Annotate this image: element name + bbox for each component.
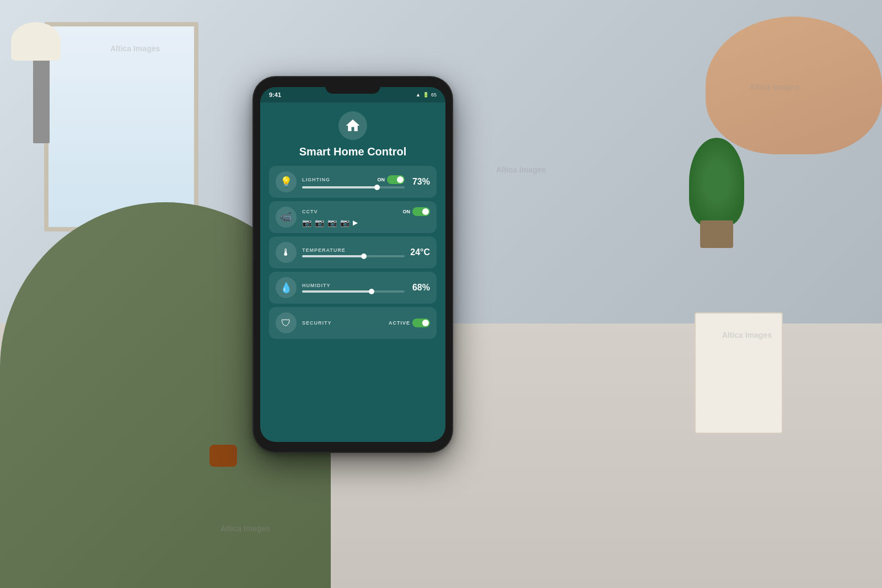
security-toggle[interactable]	[412, 319, 430, 327]
status-time: 9:41	[269, 91, 281, 98]
humidity-control[interactable]: 💧 HUMIDITY 68%	[269, 272, 437, 304]
security-header: SECURITY ACTIVE	[302, 319, 430, 327]
security-toggle-knob	[422, 320, 429, 326]
cctv-status-group[interactable]: ON	[403, 207, 431, 216]
security-content: SECURITY ACTIVE	[302, 319, 430, 327]
humidity-slider-fill	[302, 290, 372, 293]
security-status-text: ACTIVE	[389, 320, 410, 326]
lighting-content: LIGHTING ON	[302, 175, 405, 188]
humidity-label: HUMIDITY	[302, 283, 331, 288]
cctv-header: CCTV ON	[302, 207, 430, 216]
lighting-toggle-knob	[397, 176, 404, 183]
humidity-slider-thumb[interactable]	[369, 289, 374, 294]
battery-level: 65	[431, 92, 437, 98]
app-content: Smart Home Control 💡 LIGHTING ON	[260, 103, 445, 442]
humidity-header: HUMIDITY	[302, 283, 405, 288]
temperature-value: 24°C	[410, 247, 430, 257]
humidity-content: HUMIDITY	[302, 283, 405, 293]
wrist-watch	[209, 445, 237, 467]
phone: 9:41 ▲ 🔋 65 Smart Home Control	[254, 77, 452, 452]
lighting-status-group[interactable]: ON	[378, 175, 405, 184]
home-icon	[345, 117, 361, 134]
lighting-control[interactable]: 💡 LIGHTING ON	[269, 166, 437, 198]
dresser	[695, 312, 783, 434]
plant-leaves	[689, 138, 744, 226]
security-status-group[interactable]: ACTIVE	[389, 319, 430, 327]
temperature-label: TEMPERATURE	[302, 247, 346, 253]
cctv-cam-4[interactable]: 📷	[340, 218, 349, 227]
cctv-control[interactable]: 📹 CCTV ON 📷	[269, 201, 437, 233]
cctv-content: CCTV ON 📷 📷 📷 📷	[302, 207, 430, 227]
lighting-slider-thumb[interactable]	[374, 185, 380, 190]
lighting-value: 73%	[410, 177, 430, 187]
wifi-icon: ▲	[416, 92, 421, 98]
lighting-slider-fill	[302, 186, 377, 188]
temperature-slider[interactable]	[302, 255, 405, 257]
lighting-status-text: ON	[378, 177, 385, 182]
cctv-cam-1[interactable]: 📷	[302, 218, 311, 227]
humidity-slider[interactable]	[302, 290, 405, 293]
phone-screen: 9:41 ▲ 🔋 65 Smart Home Control	[260, 87, 445, 442]
cctv-cam-3[interactable]: 📷	[327, 218, 337, 227]
security-label: SECURITY	[302, 320, 332, 326]
phone-frame: 9:41 ▲ 🔋 65 Smart Home Control	[254, 77, 452, 452]
app-title: Smart Home Control	[299, 145, 406, 158]
cctv-cameras-list: 📷 📷 📷 📷 ▶	[302, 218, 430, 227]
humidity-icon: 💧	[276, 277, 297, 298]
phone-notch	[325, 82, 380, 94]
person-head	[706, 17, 882, 154]
temperature-header: TEMPERATURE	[302, 247, 405, 253]
cctv-toggle-knob	[422, 208, 429, 215]
plant-pot	[700, 220, 733, 248]
cctv-icon: 📹	[276, 207, 297, 228]
floor-lamp-shade	[11, 22, 61, 61]
lighting-slider[interactable]	[302, 186, 405, 188]
lighting-icon: 💡	[276, 171, 297, 192]
lighting-toggle[interactable]	[387, 175, 405, 184]
temperature-content: TEMPERATURE	[302, 247, 405, 257]
security-control[interactable]: 🛡 SECURITY ACTIVE	[269, 307, 437, 339]
cctv-status-text: ON	[403, 209, 411, 214]
home-icon-wrap	[338, 111, 367, 140]
temperature-control[interactable]: 🌡 TEMPERATURE 24°C	[269, 236, 437, 268]
temperature-slider-thumb[interactable]	[361, 253, 367, 259]
room-window	[44, 22, 198, 231]
lighting-label: LIGHTING	[302, 177, 330, 182]
cctv-next-arrow[interactable]: ▶	[353, 219, 358, 226]
cctv-toggle[interactable]	[412, 207, 430, 216]
plant	[689, 138, 744, 248]
security-icon: 🛡	[276, 312, 297, 333]
cctv-label: CCTV	[302, 209, 318, 214]
lighting-header: LIGHTING ON	[302, 175, 405, 184]
cctv-cam-2[interactable]: 📷	[315, 218, 324, 227]
status-icons: ▲ 🔋 65	[416, 92, 437, 98]
temperature-icon: 🌡	[276, 242, 297, 263]
battery-icon: 🔋	[423, 92, 429, 98]
humidity-value: 68%	[410, 283, 430, 293]
temperature-slider-fill	[302, 255, 364, 257]
